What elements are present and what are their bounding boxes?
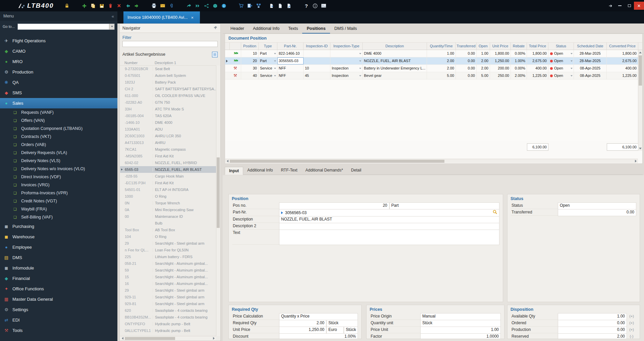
cell-status[interactable]: Open bbox=[548, 50, 574, 57]
column-header[interactable]: Inspection-Type bbox=[330, 43, 363, 50]
cell-description[interactable]: Bevel gear bbox=[363, 72, 427, 79]
module-cube-icon[interactable] bbox=[211, 1, 219, 10]
cell-transferred[interactable]: 0.00 bbox=[456, 57, 477, 64]
cell-inspection-type[interactable] bbox=[330, 50, 363, 57]
results-settings-icon[interactable] bbox=[212, 52, 218, 57]
price-row-value[interactable]: 1.00 bbox=[420, 327, 501, 334]
vscroll-thumb[interactable] bbox=[639, 55, 642, 86]
search-result-row[interactable]: 6042-02 NOZZLE, FUEL, HYBRID bbox=[120, 159, 216, 166]
status-row-value[interactable]: 0.00 bbox=[558, 209, 636, 216]
position-row[interactable]: 40 Service NFF 45 Inspection Bevel gear … bbox=[225, 72, 638, 80]
cell-rebate[interactable]: 0.00% bbox=[511, 50, 527, 57]
cell-open[interactable]: 2.00 bbox=[477, 65, 490, 72]
column-header-description[interactable]: Description 1 bbox=[153, 61, 220, 65]
column-header[interactable]: Position bbox=[241, 43, 259, 50]
help-icon[interactable]: ? bbox=[302, 1, 311, 10]
search-result-row[interactable]: 104 O Ring bbox=[120, 233, 216, 240]
hscroll-thumb[interactable] bbox=[125, 337, 175, 340]
scroll-up-icon[interactable] bbox=[638, 50, 642, 55]
detail-tab[interactable]: Detail bbox=[347, 166, 366, 175]
record-tab[interactable]: Texts bbox=[284, 23, 302, 34]
cell-part-nr[interactable]: 3056565-03 bbox=[277, 57, 304, 64]
sidebar-item[interactable]: ❏ Delivery Notes (VLS) bbox=[0, 157, 117, 165]
share-nodes-icon[interactable] bbox=[202, 1, 211, 10]
cell-position[interactable]: 20 bbox=[241, 57, 259, 64]
print-icon[interactable] bbox=[150, 1, 158, 10]
cell-converted-price[interactable]: 2,675.00 bbox=[607, 57, 638, 64]
search-result-row[interactable]: 00 Maintenanace ID bbox=[120, 213, 216, 220]
scroll-left-icon[interactable] bbox=[225, 159, 230, 163]
column-header[interactable]: Inspection-ID bbox=[304, 43, 330, 50]
search-result-row[interactable]: ONTYPEFO Hydraulic pump - Belt bbox=[120, 321, 216, 327]
status-row-value[interactable]: Open bbox=[558, 202, 636, 209]
scroll-left-icon[interactable] bbox=[120, 336, 125, 340]
search-result-row[interactable]: n Fee for QL... Loan Fee for QL50N bbox=[120, 247, 216, 253]
sidebar-item[interactable]: ◆ SMS bbox=[0, 88, 117, 98]
copy-icon[interactable] bbox=[89, 1, 97, 10]
column-header[interactable]: Quantity/Time bbox=[427, 43, 456, 50]
cell-description[interactable]: Battery in Underwater Emergency L... bbox=[363, 65, 427, 72]
search-result-row[interactable]: 1000 O Ring bbox=[120, 193, 216, 200]
discount-field[interactable]: 1.00% bbox=[279, 333, 358, 339]
search-result-row[interactable]: 29 Searchlight - Steel gimbal arm bbox=[120, 287, 216, 294]
pin-icon[interactable] bbox=[213, 26, 218, 31]
table-hscrollbar[interactable] bbox=[225, 159, 638, 163]
sidebar-item[interactable]: ▤ DMS bbox=[0, 252, 117, 263]
sidebar-item[interactable]: ❏ Delivery Notes w/o Invoices (VLO) bbox=[0, 165, 117, 173]
cell-unit-price[interactable]: 1,250.00 bbox=[490, 57, 511, 64]
sidebar-item[interactable]: ● Sales bbox=[0, 98, 117, 108]
cell-rebate[interactable]: 2.00% bbox=[511, 72, 527, 79]
mail-icon[interactable] bbox=[158, 1, 167, 10]
record-tab[interactable]: Header bbox=[226, 23, 249, 34]
cell-rebate[interactable]: 0.00% bbox=[511, 65, 527, 72]
column-header[interactable]: Converted Price bbox=[607, 43, 638, 50]
cell-status[interactable]: Open bbox=[548, 65, 574, 72]
position-row[interactable]: 30 Service NFF 10 Inspection Battery in … bbox=[225, 65, 638, 72]
cell-inspection-type[interactable]: Inspection bbox=[330, 72, 363, 79]
cell-status[interactable]: Open bbox=[548, 72, 574, 79]
column-header[interactable]: Open bbox=[477, 43, 490, 50]
cell-inspection-type[interactable] bbox=[330, 57, 363, 64]
cell-scheduled-date[interactable]: 28-Mar-2025 bbox=[574, 50, 607, 57]
price-row-value[interactable]: 1.0000 bbox=[420, 333, 501, 339]
tab-close-icon[interactable]: × bbox=[191, 15, 194, 20]
search-result-row[interactable]: 0-675501 Autom belt System bbox=[120, 72, 216, 79]
cell-quantity[interactable]: 1.00 bbox=[427, 50, 456, 57]
cell-total-price[interactable]: 1,800.00 bbox=[527, 50, 548, 57]
column-header[interactable]: Scheduled Date bbox=[574, 43, 607, 50]
column-header-number[interactable]: Number bbox=[124, 61, 153, 65]
cell-inspection-id[interactable]: 45 bbox=[304, 72, 330, 79]
search-result-row[interactable]: 33H ATC TPX Mode S bbox=[120, 106, 216, 112]
cell-inspection-id[interactable] bbox=[304, 50, 330, 57]
cell-description[interactable]: NOZZLE, FUEL, AIR BLAST bbox=[363, 57, 427, 64]
add-icon[interactable] bbox=[80, 1, 89, 10]
search-icon[interactable] bbox=[492, 209, 497, 216]
cancel-icon[interactable] bbox=[115, 1, 123, 10]
minimize-icon[interactable] bbox=[615, 2, 625, 10]
cell-unit-price[interactable]: 200.00 bbox=[490, 65, 511, 72]
save-icon[interactable] bbox=[97, 1, 106, 10]
record-tab[interactable]: Positions bbox=[302, 23, 330, 34]
detail-tab[interactable]: Input bbox=[225, 167, 243, 175]
cell-part-nr[interactable]: NFF bbox=[277, 72, 304, 79]
column-header[interactable]: Unit Price bbox=[490, 43, 511, 50]
pos-no-field[interactable]: 20 bbox=[279, 202, 389, 209]
search-result-row[interactable]: A47133013 AHRU bbox=[120, 139, 216, 146]
scroll-down-icon[interactable] bbox=[638, 146, 642, 151]
sidebar-item[interactable]: ✦ Office Functions bbox=[0, 284, 117, 294]
search-result-row[interactable]: 225 Lithium battery - FDRS bbox=[120, 253, 216, 260]
close-icon[interactable]: ✕ bbox=[634, 2, 644, 10]
sidebar-item[interactable]: ❏ Waybill (FRA) bbox=[0, 205, 117, 213]
description-field[interactable]: NOZZLE, FUEL, AIR BLAST bbox=[279, 216, 499, 223]
cell-unit-price[interactable]: 250.00 bbox=[490, 72, 511, 79]
description2-field[interactable] bbox=[279, 223, 499, 230]
sidebar-item[interactable]: ❏ Proforma-Invoices (VPR) bbox=[0, 189, 117, 197]
cell-inspection-type[interactable]: Inspection bbox=[330, 65, 363, 72]
search-result-row[interactable]: 54501-01 ELT AP-H INTEGRA bbox=[120, 186, 216, 193]
back-icon[interactable] bbox=[123, 1, 132, 10]
cell-type[interactable]: Part bbox=[259, 50, 277, 57]
search-result-row[interactable]: 929-81 Searchlight - Steel gimbal arm bbox=[120, 300, 216, 307]
sidebar-item[interactable]: ✈ Flight Operations bbox=[0, 36, 117, 46]
search-result-row[interactable]: 1823J Battery Pack bbox=[120, 79, 216, 86]
cell-scheduled-date[interactable]: 28-Mar-2025 bbox=[574, 57, 607, 64]
